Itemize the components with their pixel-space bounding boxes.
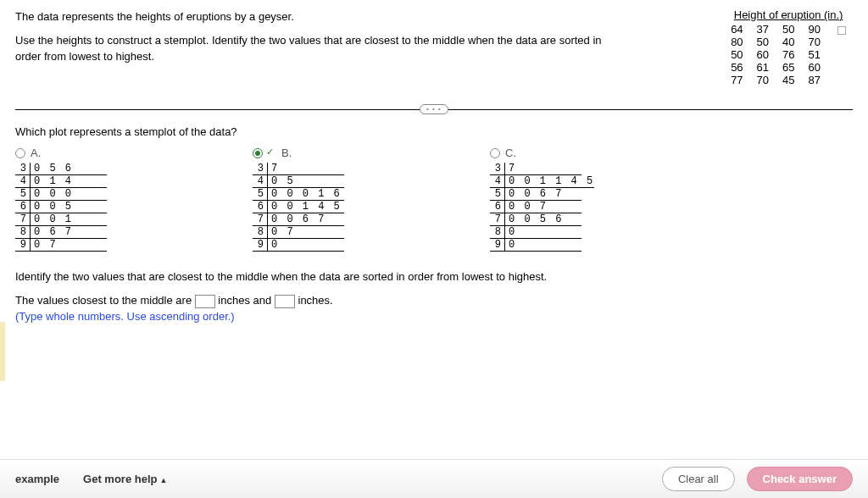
example-link[interactable]: example	[15, 473, 59, 485]
fill-pre: The values closest to the middle are	[15, 294, 192, 307]
prompt-line-2: Use the heights to construct a stemplot.…	[15, 32, 626, 65]
fill-line: The values closest to the middle are inc…	[15, 291, 853, 310]
radio-a[interactable]	[15, 148, 25, 158]
check-answer-button[interactable]: Check answer	[747, 467, 853, 491]
footer: example Get more help▲ Clear all Check a…	[0, 459, 868, 498]
checkmark-icon	[268, 149, 276, 158]
fill-post: inches.	[298, 294, 333, 307]
option-c-label: C.	[505, 147, 516, 159]
stemplot-a: 30 5 640 1 450 0 060 0 570 0 180 6 790 7	[15, 163, 185, 252]
option-c[interactable]: C. 3740 0 1 1 4 550 0 6 760 0 770 0 5 68…	[490, 147, 659, 252]
option-a[interactable]: A. 30 5 640 1 450 0 060 0 570 0 180 6 79…	[15, 147, 185, 252]
data-table-header: Height of eruption (in.)	[724, 8, 853, 21]
data-table: Height of eruption (in.) 64375090 805040…	[724, 8, 853, 86]
radio-c[interactable]	[490, 148, 500, 158]
prompt-line-1: The data represents the heights of erupt…	[15, 8, 626, 25]
copy-icon[interactable]	[837, 26, 846, 35]
stemplot-c: 3740 0 1 1 4 550 0 6 760 0 770 0 5 68090	[490, 163, 659, 252]
stemplot-b: 3740 550 0 0 1 660 0 1 4 570 0 6 780 790	[253, 163, 422, 252]
chevron-up-icon: ▲	[159, 476, 167, 484]
answer-input-1[interactable]	[195, 295, 215, 308]
option-b-label: B.	[281, 147, 292, 159]
clear-all-button[interactable]: Clear all	[662, 467, 735, 491]
question-stemplot: Which plot represents a stemplot of the …	[15, 125, 853, 138]
expand-button[interactable]: • • •	[420, 104, 448, 114]
fill-hint: (Type whole numbers. Use ascending order…	[15, 310, 853, 323]
answer-input-2[interactable]	[275, 295, 295, 308]
option-b[interactable]: B. 3740 550 0 0 1 660 0 1 4 570 0 6 780 …	[253, 147, 422, 252]
prompt-text: The data represents the heights of erupt…	[15, 8, 626, 86]
get-more-help-link[interactable]: Get more help▲	[83, 473, 167, 485]
radio-b[interactable]	[253, 148, 263, 158]
question-middle-values: Identify the two values that are closest…	[15, 270, 853, 283]
fill-mid: inches and	[218, 294, 271, 307]
side-tab[interactable]	[0, 322, 5, 381]
option-a-label: A.	[31, 147, 41, 159]
